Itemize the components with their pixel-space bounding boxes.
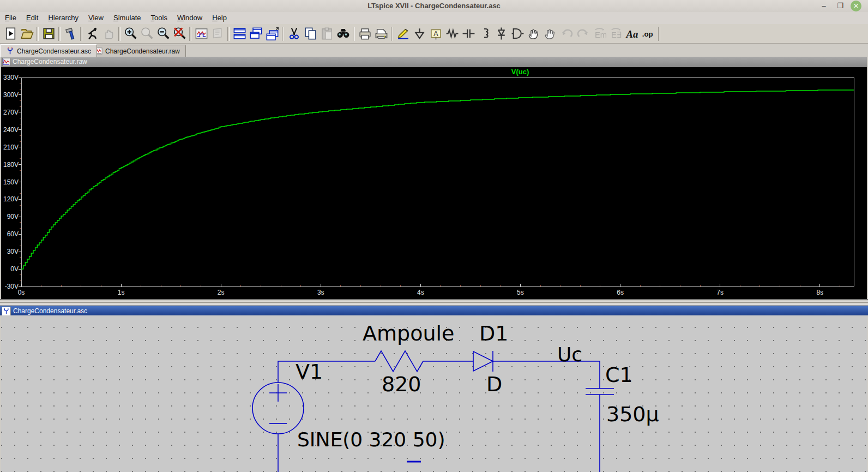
maximize-button[interactable]: ❐ — [833, 0, 847, 11]
c1-designator[interactable]: C1 — [605, 365, 633, 385]
save-icon[interactable] — [40, 26, 57, 42]
r1-value[interactable]: 820 — [382, 374, 421, 395]
cut-icon[interactable] — [286, 26, 302, 42]
titlebar: LTspice XVII - ChargeCondensateur.asc – … — [0, 0, 868, 13]
zoom-in-icon[interactable] — [122, 26, 138, 42]
x-tick-label: 7s — [709, 289, 731, 296]
v1-designator[interactable]: V1 — [296, 361, 323, 382]
copy-icon[interactable] — [302, 26, 318, 42]
schematic-tab-icon — [6, 47, 14, 55]
x-tick-label: 4s — [409, 289, 431, 296]
resistor-r1-symbol — [375, 351, 423, 372]
x-tick-label: 0s — [10, 289, 32, 296]
d1-value[interactable]: D — [486, 374, 502, 395]
x-tick-label: 6s — [610, 289, 631, 296]
menu-window[interactable]: Window — [172, 12, 207, 22]
move-icon[interactable] — [526, 26, 542, 42]
waveform-icon[interactable] — [193, 26, 209, 42]
tab-waveform[interactable]: ChargeCondensateur.raw — [88, 45, 186, 57]
wire — [278, 361, 600, 472]
v1-plus-sign — [269, 384, 287, 402]
net-label-icon[interactable]: A — [427, 26, 444, 42]
svg-text:Aa: Aa — [625, 28, 638, 40]
svg-text:A: A — [433, 30, 438, 38]
waveform-window-icon — [2, 58, 10, 66]
component-icon[interactable] — [509, 26, 526, 42]
resistor-icon[interactable] — [444, 26, 460, 42]
r1-designator[interactable]: Ampoule — [363, 323, 454, 344]
zoom-full-icon — [138, 26, 155, 42]
tab-waveform-label: ChargeCondensateur.raw — [105, 47, 180, 55]
close-button[interactable]: ✕ — [851, 1, 861, 11]
text-icon[interactable]: Aa — [624, 26, 640, 42]
menu-edit[interactable]: Edit — [21, 12, 43, 22]
schematic-window-title: ChargeCondensateur.asc — [13, 307, 87, 315]
new-schematic-icon[interactable] — [2, 26, 19, 42]
waveform-window-titlebar[interactable]: ChargeCondensateur.raw — [1, 57, 867, 67]
window-splitter[interactable] — [0, 299, 868, 306]
minimize-button[interactable]: – — [817, 0, 831, 11]
wire-icon[interactable] — [395, 26, 411, 42]
y-tick-label: 150V — [2, 179, 19, 186]
d1-designator[interactable]: D1 — [479, 323, 508, 344]
y-tick-label: 60V — [2, 231, 19, 237]
y-tick-label: 270V — [2, 109, 19, 116]
svg-text:E∃: E∃ — [611, 31, 621, 39]
v1-value[interactable]: SINE(0 320 50) — [297, 430, 445, 450]
netlist-icon — [209, 26, 226, 42]
run-icon[interactable] — [84, 26, 100, 42]
menu-hierarchy[interactable]: Hierarchy — [43, 12, 83, 22]
schematic-window-titlebar[interactable]: ChargeCondensateur.asc — [0, 306, 868, 315]
zoom-fit-icon[interactable] — [171, 26, 188, 42]
net-label-uc[interactable]: Uc — [557, 345, 582, 365]
toolbar: AEmE∃Aa.op — [0, 24, 868, 44]
tab-schematic-label: ChargeCondensateur.asc — [17, 47, 91, 55]
diode-icon[interactable] — [493, 26, 509, 42]
y-tick-label: 300V — [2, 92, 19, 98]
ground-icon[interactable] — [411, 26, 427, 42]
y-tick-label: 330V — [2, 74, 19, 81]
schematic-canvas[interactable]: V1 Ampoule 820 D1 D Uc C1 350µ SINE(0 32… — [0, 315, 868, 472]
menu-bar: FileEditHierarchyViewSimulateToolsWindow… — [0, 12, 868, 25]
print-icon[interactable] — [357, 26, 373, 42]
cascade-icon[interactable] — [248, 26, 264, 42]
waveform-canvas — [1, 67, 867, 299]
drag-icon[interactable] — [542, 26, 558, 42]
trace-vuc[interactable] — [21, 90, 854, 269]
tab-schematic[interactable]: ChargeCondensateur.asc — [0, 44, 97, 57]
inductor-icon[interactable] — [477, 26, 493, 42]
c1-value[interactable]: 350µ — [606, 404, 659, 425]
capacitor-c1-symbol — [586, 389, 614, 395]
schematic-window-icon — [2, 307, 11, 316]
redo-icon — [575, 26, 591, 42]
waveform-window-title: ChargeCondensateur.raw — [13, 58, 87, 65]
cascade-new-icon[interactable] — [264, 26, 280, 42]
open-icon[interactable] — [19, 26, 35, 42]
menu-simulate[interactable]: Simulate — [108, 12, 146, 22]
y-tick-label: 90V — [2, 213, 19, 220]
menu-view[interactable]: View — [83, 12, 108, 22]
spice-directive-icon[interactable]: .op — [640, 26, 656, 42]
menu-file[interactable]: File — [0, 12, 21, 22]
capacitor-icon[interactable] — [460, 26, 477, 42]
y-tick-label: 240V — [2, 127, 19, 133]
paste-icon — [318, 26, 335, 42]
tab-bar: ChargeCondensateur.asc ChargeCondensateu… — [0, 44, 868, 57]
y-tick-label: 210V — [2, 144, 19, 151]
x-tick-label: 3s — [310, 289, 331, 296]
zoom-out-icon[interactable] — [155, 26, 171, 42]
control-panel-icon[interactable] — [62, 26, 79, 42]
find-icon[interactable] — [335, 26, 351, 42]
tile-horizontal-icon[interactable] — [231, 26, 248, 42]
x-tick-label: 8s — [809, 289, 831, 296]
x-tick-label: 1s — [110, 289, 132, 296]
undo-icon — [558, 26, 575, 42]
menu-help[interactable]: Help — [207, 12, 232, 22]
svg-text:.op: .op — [642, 30, 653, 38]
print-preview-icon[interactable] — [373, 26, 389, 42]
menu-tools[interactable]: Tools — [146, 12, 172, 22]
mirror-icon: Em — [591, 26, 607, 42]
waveform-plot[interactable]: V(uc) 330V300V270V240V210V180V150V120V90… — [1, 67, 867, 299]
y-tick-label: 0V — [2, 266, 19, 272]
x-tick-label: 5s — [509, 289, 531, 296]
